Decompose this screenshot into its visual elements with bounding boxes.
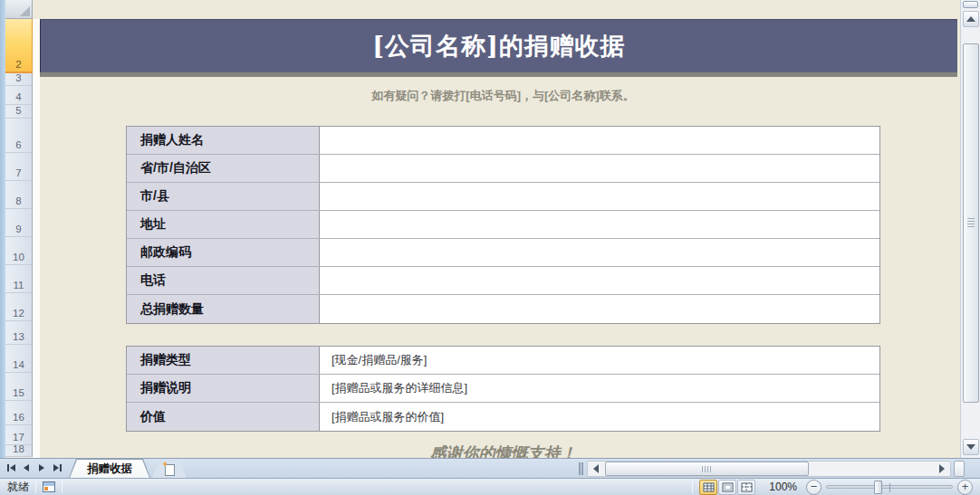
row-header-9[interactable]: 9 xyxy=(5,209,33,237)
status-bar: 就绪 xyxy=(0,478,980,495)
table-row: 省/市/自治区 xyxy=(127,155,879,183)
table-row: 地址 xyxy=(127,211,879,239)
receipt-title: [公司名称]的捐赠收据 xyxy=(372,30,626,62)
excel-window: ABCDE 23456789101112131415161718 [公司名称]的… xyxy=(0,0,980,495)
field-label-cell[interactable]: 邮政编码 xyxy=(127,239,320,266)
table-row: 捐赠说明[捐赠品或服务的详细信息] xyxy=(127,375,879,403)
zoom-out-button[interactable]: − xyxy=(806,480,821,495)
table-row: 总捐赠数量 xyxy=(127,295,879,323)
select-all-triangle-icon xyxy=(20,6,30,16)
zoom-slider-handle[interactable] xyxy=(874,481,882,494)
donation-details-table: 捐赠类型[现金/捐赠品/服务]捐赠说明[捐赠品或服务的详细信息]价值[捐赠品或服… xyxy=(126,346,880,432)
page-layout-view-button[interactable] xyxy=(718,480,736,495)
previous-sheet-icon xyxy=(20,464,29,471)
sheet-tab-bar: 捐赠收据 xyxy=(0,458,980,478)
next-sheet-button[interactable] xyxy=(34,461,49,475)
field-value-cell[interactable]: [捐赠品或服务的详细信息] xyxy=(320,375,879,402)
banner-shadow xyxy=(40,72,957,77)
table-row: 市/县 xyxy=(127,183,879,211)
field-label-cell[interactable]: 总捐赠数量 xyxy=(127,295,320,323)
arrow-up-icon xyxy=(966,12,975,22)
last-sheet-button[interactable] xyxy=(50,461,64,475)
table-row: 电话 xyxy=(127,267,879,295)
scroll-grip-icon xyxy=(702,466,713,472)
vertical-split-handle[interactable] xyxy=(963,1,978,8)
row-header-4[interactable]: 4 xyxy=(5,86,33,105)
table-row: 邮政编码 xyxy=(127,239,879,267)
new-sheet-icon xyxy=(165,464,175,476)
zoom-slider[interactable] xyxy=(826,485,953,489)
scroll-left-button[interactable] xyxy=(589,462,603,476)
row-header-3[interactable]: 3 xyxy=(5,73,33,86)
field-label-cell[interactable]: 价值 xyxy=(127,403,320,431)
table-row: 捐赠人姓名 xyxy=(127,127,879,155)
field-value-cell[interactable] xyxy=(320,295,879,323)
horizontal-scroll-thumb[interactable] xyxy=(605,462,809,476)
zoom-in-button[interactable]: + xyxy=(957,480,973,495)
row-header-12[interactable]: 12 xyxy=(5,293,33,321)
table-row: 价值[捐赠品或服务的价值] xyxy=(127,403,879,431)
field-label-cell[interactable]: 捐赠说明 xyxy=(127,375,320,402)
scroll-down-button[interactable] xyxy=(963,439,979,455)
field-value-cell[interactable] xyxy=(320,239,879,266)
zoom-level-label[interactable]: 100% xyxy=(769,481,797,493)
tab-split-handle[interactable] xyxy=(579,462,583,475)
field-label-cell[interactable]: 市/县 xyxy=(127,183,320,210)
scrollbar-corner xyxy=(954,461,965,477)
vertical-scrollbar[interactable] xyxy=(960,0,980,458)
previous-sheet-button[interactable] xyxy=(19,461,34,475)
status-ready-label: 就绪 xyxy=(7,480,29,495)
first-sheet-icon xyxy=(6,464,15,471)
donor-info-table: 捐赠人姓名省/市/自治区市/县地址邮政编码电话总捐赠数量 xyxy=(126,126,880,324)
scroll-up-button[interactable] xyxy=(963,11,979,27)
field-label-cell[interactable]: 捐赠类型 xyxy=(127,347,320,374)
row-header-5[interactable]: 5 xyxy=(5,105,33,119)
sheet-canvas[interactable]: [公司名称]的捐赠收据 如有疑问？请拨打[电话号码]，与[公司名称]联系。 捐赠… xyxy=(33,0,960,458)
scroll-right-button[interactable] xyxy=(935,462,949,476)
row-header-2[interactable]: 2 xyxy=(5,19,33,73)
zoom-center-tick xyxy=(889,483,890,492)
first-sheet-button[interactable] xyxy=(4,461,18,475)
row-header-16[interactable]: 16 xyxy=(5,401,33,425)
scroll-grip-icon xyxy=(967,218,975,228)
row-header-17[interactable]: 17 xyxy=(5,425,33,445)
insert-worksheet-button[interactable] xyxy=(152,462,187,478)
next-sheet-icon xyxy=(39,464,48,471)
vertical-scroll-thumb[interactable] xyxy=(963,43,979,403)
row-header-13[interactable]: 13 xyxy=(5,321,33,345)
field-value-cell[interactable]: [捐赠品或服务的价值] xyxy=(320,403,879,431)
row-header-15[interactable]: 15 xyxy=(5,373,33,401)
field-label-cell[interactable]: 省/市/自治区 xyxy=(127,155,320,182)
column-a-cells[interactable] xyxy=(33,19,40,458)
sheet-tab-donation-receipt[interactable]: 捐赠收据 xyxy=(70,460,149,478)
select-all-button[interactable] xyxy=(5,0,33,19)
page-break-preview-button[interactable] xyxy=(737,480,755,495)
row-header-10[interactable]: 10 xyxy=(5,237,33,265)
field-value-cell[interactable] xyxy=(320,211,879,238)
field-label-cell[interactable]: 捐赠人姓名 xyxy=(127,127,320,154)
receipt-subtitle[interactable]: 如有疑问？请拨打[电话号码]，与[公司名称]联系。 xyxy=(126,88,880,104)
row-header-8[interactable]: 8 xyxy=(5,181,33,209)
row-header-18[interactable]: 18 xyxy=(5,445,33,457)
field-value-cell[interactable] xyxy=(320,183,879,210)
row-headers: 23456789101112131415161718 xyxy=(5,19,33,457)
field-value-cell[interactable] xyxy=(320,267,879,294)
field-label-cell[interactable]: 电话 xyxy=(127,267,320,294)
field-value-cell[interactable] xyxy=(320,127,879,154)
record-macro-icon[interactable] xyxy=(43,481,55,492)
row-header-14[interactable]: 14 xyxy=(5,345,33,373)
sheet-nav-buttons xyxy=(4,461,64,475)
row-header-7[interactable]: 7 xyxy=(5,153,33,181)
table-row: 捐赠类型[现金/捐赠品/服务] xyxy=(127,347,879,375)
normal-view-button[interactable] xyxy=(699,480,717,495)
field-label-cell[interactable]: 地址 xyxy=(127,211,320,238)
page-layout-icon xyxy=(722,482,734,492)
normal-view-icon xyxy=(703,482,715,492)
row-header-6[interactable]: 6 xyxy=(5,119,33,153)
receipt-title-banner[interactable]: [公司名称]的捐赠收据 xyxy=(40,19,957,72)
field-value-cell[interactable]: [现金/捐赠品/服务] xyxy=(320,347,879,374)
thank-you-note[interactable]: 感谢你的慷慨支持！ xyxy=(126,443,880,458)
field-value-cell[interactable] xyxy=(320,155,879,182)
arrow-right-icon xyxy=(939,464,949,473)
row-header-11[interactable]: 11 xyxy=(5,265,33,293)
